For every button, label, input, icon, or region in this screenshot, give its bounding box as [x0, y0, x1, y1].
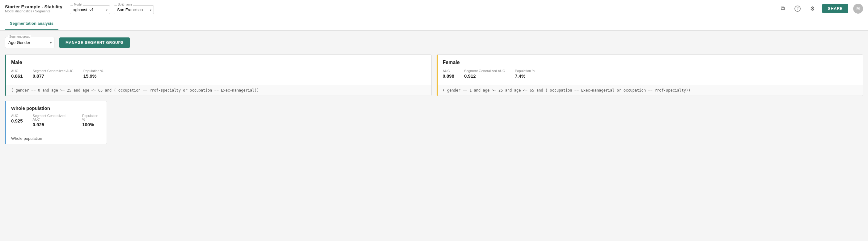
segment-group-dropdown[interactable]: Segment group Age-Gender ▾	[5, 37, 54, 48]
copy-button[interactable]: ⧉	[778, 4, 788, 14]
split-dropdown[interactable]: Split name San Francisco ▾	[114, 5, 154, 14]
male-auc-value: 0.861	[11, 73, 23, 79]
share-button[interactable]: SHARE	[822, 4, 848, 13]
female-pop-group: Population % 7.4%	[515, 69, 535, 79]
female-gen-auc-group: Segment Generalized AUC 0.912	[464, 69, 505, 79]
copy-icon: ⧉	[781, 5, 785, 12]
segment-group-label: Segment group	[8, 35, 31, 38]
whole-pop-pct-value: 100%	[82, 122, 102, 127]
segment-card-male: Male AUC 0.861 Segment Generalized AUC 0…	[5, 54, 432, 96]
female-gen-auc-label: Segment Generalized AUC	[464, 69, 505, 73]
model-select[interactable]: xgboost_v1	[70, 5, 110, 14]
male-gen-auc-group: Segment Generalized AUC 0.877	[33, 69, 73, 79]
tab-bar: Segmentation analysis	[0, 17, 868, 31]
header: Starter Example - Stability Model diagno…	[0, 0, 868, 17]
female-auc-value: 0.898	[443, 73, 455, 79]
header-icon-group: ⧉ ? ⚙ SHARE M	[778, 4, 863, 14]
male-auc-label: AUC	[11, 69, 23, 73]
female-card-body: Female AUC 0.898 Segment Generalized AUC…	[438, 55, 863, 85]
avatar: M	[853, 4, 863, 14]
female-gen-auc-value: 0.912	[464, 73, 505, 79]
whole-pop-card-body: Whole population AUC 0.925 Segment Gener…	[6, 101, 106, 133]
help-button[interactable]: ?	[793, 4, 803, 14]
male-gen-auc-value: 0.877	[33, 73, 73, 79]
male-pop-value: 15.9%	[84, 73, 103, 79]
split-label: Split name	[117, 3, 133, 6]
female-pop-label: Population %	[515, 69, 535, 73]
header-controls: Model xgboost_v1 ▾ Split name San Franci…	[70, 3, 416, 14]
whole-pop-title: Whole population	[11, 106, 102, 111]
whole-pop-auc-value: 0.925	[11, 118, 23, 124]
whole-pop-metrics-row: AUC 0.925 Segment Generalized AUC 0.925 …	[11, 114, 102, 127]
settings-button[interactable]: ⚙	[807, 4, 817, 14]
male-formula: ( gender == 0 and age >= 25 and age <= 6…	[6, 85, 431, 96]
manage-segment-groups-button[interactable]: MANAGE SEGMENT GROUPS	[59, 37, 130, 48]
split-select[interactable]: San Francisco	[114, 5, 154, 14]
female-auc-group: AUC 0.898	[443, 69, 455, 79]
whole-pop-pct-group: Population % 100%	[82, 114, 102, 127]
female-card-title: Female	[443, 60, 858, 65]
app-title-area: Starter Example - Stability Model diagno…	[5, 4, 62, 13]
model-dropdown[interactable]: Model xgboost_v1 ▾	[70, 5, 110, 14]
whole-pop-auc-label: AUC	[11, 114, 23, 117]
male-auc-group: AUC 0.861	[11, 69, 23, 79]
app-title: Starter Example - Stability	[5, 4, 62, 9]
male-card-title: Male	[11, 60, 427, 65]
male-card-body: Male AUC 0.861 Segment Generalized AUC 0…	[6, 55, 431, 85]
male-gen-auc-label: Segment Generalized AUC	[33, 69, 73, 73]
segment-card-female: Female AUC 0.898 Segment Generalized AUC…	[437, 54, 863, 96]
tab-segmentation-analysis[interactable]: Segmentation analysis	[5, 17, 58, 30]
main-content: Segment group Age-Gender ▾ MANAGE SEGMEN…	[0, 31, 868, 237]
male-pop-label: Population %	[84, 69, 103, 73]
female-auc-label: AUC	[443, 69, 455, 73]
female-pop-value: 7.4%	[515, 73, 535, 79]
female-formula: ( gender == 1 and age >= 25 and age <= 6…	[438, 85, 863, 96]
control-row: Segment group Age-Gender ▾ MANAGE SEGMEN…	[5, 37, 863, 48]
whole-pop-gen-auc-label: Segment Generalized AUC	[33, 114, 72, 121]
male-metrics-row: AUC 0.861 Segment Generalized AUC 0.877 …	[11, 69, 427, 79]
male-pop-group: Population % 15.9%	[84, 69, 103, 79]
help-icon: ?	[795, 5, 801, 12]
segment-group-select[interactable]: Age-Gender	[5, 37, 54, 48]
gear-icon: ⚙	[810, 5, 815, 12]
female-metrics-row: AUC 0.898 Segment Generalized AUC 0.912 …	[443, 69, 858, 79]
whole-pop-gen-auc-group: Segment Generalized AUC 0.925	[33, 114, 72, 127]
whole-pop-auc-group: AUC 0.925	[11, 114, 23, 127]
model-label: Model	[73, 3, 83, 6]
whole-pop-footer: Whole population	[6, 133, 106, 144]
app-subtitle: Model diagnostics / Segments	[5, 9, 62, 13]
whole-pop-pct-label: Population %	[82, 114, 102, 121]
whole-pop-gen-auc-value: 0.925	[33, 122, 72, 127]
segment-cards-grid: Male AUC 0.861 Segment Generalized AUC 0…	[5, 54, 863, 96]
whole-population-card: Whole population AUC 0.925 Segment Gener…	[5, 101, 107, 144]
